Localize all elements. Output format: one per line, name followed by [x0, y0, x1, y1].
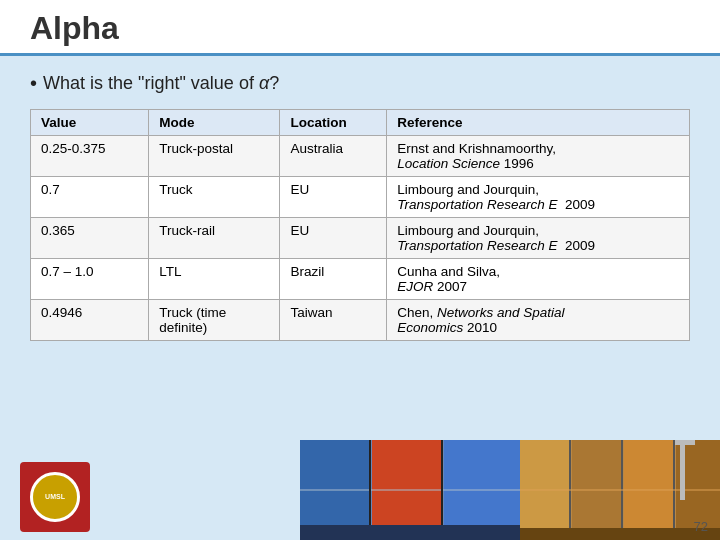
bullet-text: What is the "right" value of α?: [43, 73, 279, 94]
cell-location: EU: [280, 177, 387, 218]
photo-containers-2: [520, 440, 720, 540]
cell-reference: Limbourg and Jourquin,Transportation Res…: [387, 218, 690, 259]
cell-value: 0.365: [31, 218, 149, 259]
cell-value: 0.7: [31, 177, 149, 218]
cell-mode: Truck-postal: [149, 136, 280, 177]
page-number: 72: [694, 519, 708, 534]
col-mode: Mode: [149, 110, 280, 136]
cell-location: Australia: [280, 136, 387, 177]
cell-location: EU: [280, 218, 387, 259]
logo-text: UMSL: [45, 493, 65, 501]
table-row: 0.7 – 1.0 LTL Brazil Cunha and Silva,EJO…: [31, 259, 690, 300]
container-svg-1: [300, 440, 520, 540]
logo-circle: UMSL: [30, 472, 80, 522]
cell-mode: Truck: [149, 177, 280, 218]
cell-location: Taiwan: [280, 300, 387, 341]
bullet-point: • What is the "right" value of α?: [30, 72, 690, 95]
cell-mode: LTL: [149, 259, 280, 300]
table-row: 0.7 Truck EU Limbourg and Jourquin,Trans…: [31, 177, 690, 218]
cell-value: 0.4946: [31, 300, 149, 341]
svg-rect-17: [520, 528, 720, 540]
bottom-area: UMSL: [0, 430, 720, 540]
table-header-row: Value Mode Location Reference: [31, 110, 690, 136]
cell-reference: Limbourg and Jourquin,Transportation Res…: [387, 177, 690, 218]
cell-reference: Ernst and Krishnamoorthy,Location Scienc…: [387, 136, 690, 177]
table-row: 0.4946 Truck (timedefinite) Taiwan Chen,…: [31, 300, 690, 341]
photo-area: [300, 440, 720, 540]
content-area: • What is the "right" value of α? Value …: [0, 56, 720, 351]
col-location: Location: [280, 110, 387, 136]
title-bar: Alpha: [0, 0, 720, 56]
cell-reference: Chen, Networks and SpatialEconomics 2010: [387, 300, 690, 341]
alpha-symbol: α: [259, 73, 269, 93]
cell-reference: Cunha and Silva,EJOR 2007: [387, 259, 690, 300]
table-row: 0.25-0.375 Truck-postal Australia Ernst …: [31, 136, 690, 177]
cell-mode: Truck-rail: [149, 218, 280, 259]
cell-mode: Truck (timedefinite): [149, 300, 280, 341]
photo-containers-1: [300, 440, 520, 540]
data-table: Value Mode Location Reference 0.25-0.375…: [30, 109, 690, 341]
container-svg-2: [520, 440, 720, 540]
cell-value: 0.7 – 1.0: [31, 259, 149, 300]
col-reference: Reference: [387, 110, 690, 136]
university-logo: UMSL: [20, 462, 90, 532]
cell-value: 0.25-0.375: [31, 136, 149, 177]
table-row: 0.365 Truck-rail EU Limbourg and Jourqui…: [31, 218, 690, 259]
slide: Alpha • What is the "right" value of α? …: [0, 0, 720, 540]
svg-rect-7: [300, 525, 520, 540]
cell-location: Brazil: [280, 259, 387, 300]
svg-rect-18: [680, 440, 685, 500]
bullet-dot: •: [30, 72, 37, 95]
svg-rect-19: [675, 440, 695, 445]
col-value: Value: [31, 110, 149, 136]
slide-title: Alpha: [30, 10, 119, 46]
